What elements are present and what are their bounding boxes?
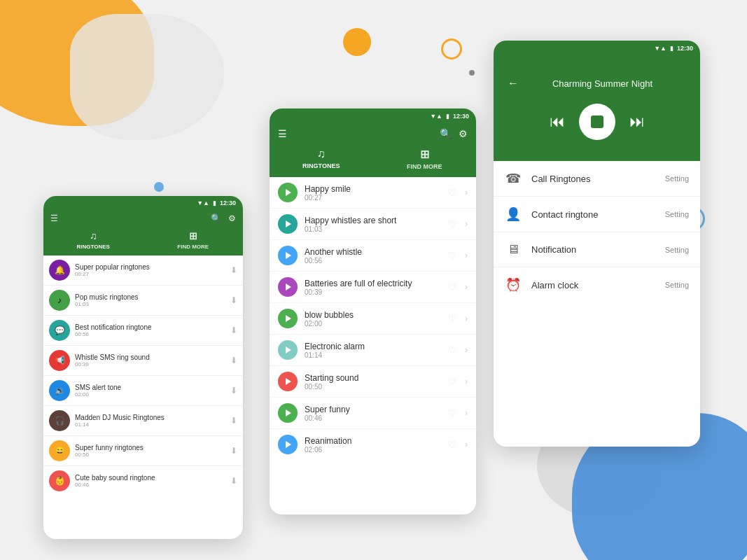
- favorite-icon[interactable]: ♡: [448, 251, 456, 261]
- favorite-icon[interactable]: ♡: [448, 408, 456, 419]
- settings-list: ☎ Call Ringtones Setting 👤 Contact ringt…: [494, 161, 700, 302]
- ringtone-item[interactable]: Happy smile 00:27 ♡ ›: [270, 177, 476, 209]
- settings-item[interactable]: 👤 Contact ringtone Setting: [494, 197, 700, 232]
- ringtone-duration: 00:56: [305, 257, 448, 265]
- favorite-icon[interactable]: ♡: [448, 377, 456, 387]
- tab-ringtones-2[interactable]: ♫ RINGTONES: [270, 148, 373, 170]
- tab-ringtones-1[interactable]: ♫ RINGTONES: [43, 230, 144, 250]
- download-icon[interactable]: ⬇: [230, 356, 237, 365]
- settings-item[interactable]: ⏰ Alarm clock Setting: [494, 267, 700, 302]
- menu-icon-1[interactable]: ☰: [50, 214, 58, 223]
- signal-icon-2: ▼▲: [430, 113, 442, 120]
- item-title: Super funny ringtones: [75, 444, 230, 451]
- tab-findmore-2[interactable]: ⊞ FIND MORE: [373, 148, 477, 170]
- ringtone-list-2: Happy smile 00:27 ♡ › Happy whistles are…: [270, 177, 476, 460]
- download-icon[interactable]: ⬇: [230, 476, 237, 486]
- battery-icon-2: ▮: [446, 113, 449, 120]
- ringtone-actions: ♡ ›: [448, 377, 468, 387]
- time-1: 12:30: [220, 200, 236, 206]
- list-item[interactable]: ♪ Pop music ringtones 01:03 ⬇: [43, 286, 243, 316]
- play-button[interactable]: [278, 214, 298, 234]
- favorite-icon[interactable]: ♡: [448, 314, 456, 324]
- stop-button[interactable]: [579, 104, 615, 140]
- list-item[interactable]: 🎧 Madden DJ Music Ringtones 01:14 ⬇: [43, 406, 243, 436]
- phone-middle: ▼▲ ▮ 12:30 ☰ 🔍 ⚙ ♫ RINGTONES ⊞ FIND MORE…: [270, 108, 476, 514]
- ringtones-tab-icon-2: ♫: [317, 148, 326, 160]
- list-item[interactable]: 👶 Cute baby sound ringtone 00:46 ⬇: [43, 466, 243, 496]
- tab-findmore-1[interactable]: ⊞ FIND MORE: [144, 230, 244, 250]
- chevron-right-icon[interactable]: ›: [465, 408, 468, 418]
- settings-icon-1[interactable]: ⚙: [228, 214, 236, 223]
- chevron-right-icon[interactable]: ›: [465, 188, 468, 197]
- chevron-right-icon[interactable]: ›: [465, 345, 468, 355]
- play-icon: [286, 252, 291, 259]
- rewind-button[interactable]: ⏮: [550, 113, 565, 131]
- play-button[interactable]: [278, 277, 298, 297]
- tab-bar-1: ♫ RINGTONES ⊞ FIND MORE: [43, 227, 243, 255]
- settings-item[interactable]: 🖥 Notification Setting: [494, 232, 700, 267]
- chevron-right-icon[interactable]: ›: [465, 219, 468, 229]
- phone-right: ▼▲ ▮ 12:30 ← Charming Summer Night ⏮ ⏭ ☎…: [494, 41, 700, 447]
- ringtone-duration: 02:00: [305, 320, 448, 328]
- item-title: Madden DJ Music Ringtones: [75, 414, 230, 421]
- settings-icon-2[interactable]: ⚙: [459, 128, 468, 139]
- chevron-right-icon[interactable]: ›: [465, 282, 468, 292]
- download-icon[interactable]: ⬇: [230, 265, 237, 275]
- menu-icon-2[interactable]: ☰: [278, 128, 287, 139]
- status-bar-2: ▼▲ ▮ 12:30: [270, 108, 476, 124]
- ringtone-info: blow bubbles 02:00: [305, 310, 448, 328]
- player-title: Charming Summer Night: [519, 78, 686, 89]
- download-icon[interactable]: ⬇: [230, 416, 237, 426]
- ringtone-actions: ♡ ›: [448, 188, 468, 198]
- favorite-icon[interactable]: ♡: [448, 345, 456, 356]
- download-icon[interactable]: ⬇: [230, 326, 237, 335]
- settings-action-label[interactable]: Setting: [665, 281, 689, 289]
- battery-icon-3: ▮: [670, 45, 673, 52]
- ringtone-item[interactable]: Electronic alarm 01:14 ♡ ›: [270, 335, 476, 366]
- ringtone-item[interactable]: Happy whistles are short 01:03 ♡ ›: [270, 209, 476, 240]
- ringtone-item[interactable]: Batteries are full of electricity 00:39 …: [270, 272, 476, 303]
- play-button[interactable]: [278, 183, 298, 202]
- back-button[interactable]: ←: [508, 77, 519, 90]
- favorite-icon[interactable]: ♡: [448, 282, 456, 293]
- ringtone-info: Super funny 00:46: [305, 405, 448, 422]
- play-button[interactable]: [278, 246, 298, 265]
- item-title: Whistle SMS ring sound: [75, 354, 230, 361]
- list-item[interactable]: 💬 Best notification ringtone 00:56 ⬇: [43, 316, 243, 346]
- chevron-right-icon[interactable]: ›: [465, 251, 468, 260]
- ringtone-name: Another whistle: [305, 247, 448, 257]
- play-icon: [286, 378, 291, 385]
- list-item[interactable]: 📢 Whistle SMS ring sound 00:39 ⬇: [43, 346, 243, 376]
- list-item[interactable]: 🔔 Super popular ringtones 00:27 ⬇: [43, 255, 243, 286]
- item-title: Pop music ringtones: [75, 293, 230, 301]
- ringtone-item[interactable]: Reanimation 02:06 ♡ ›: [270, 429, 476, 460]
- favorite-icon[interactable]: ♡: [448, 188, 456, 198]
- settings-item-icon: ⏰: [505, 277, 522, 293]
- ringtone-item[interactable]: blow bubbles 02:00 ♡ ›: [270, 303, 476, 335]
- download-icon[interactable]: ⬇: [230, 295, 237, 305]
- download-icon[interactable]: ⬇: [230, 446, 237, 456]
- chevron-right-icon[interactable]: ›: [465, 440, 468, 449]
- settings-action-label[interactable]: Setting: [665, 246, 689, 254]
- play-button[interactable]: [278, 435, 298, 454]
- play-button[interactable]: [278, 309, 298, 328]
- settings-action-label[interactable]: Setting: [665, 210, 689, 218]
- favorite-icon[interactable]: ♡: [448, 440, 456, 450]
- play-button[interactable]: [278, 340, 298, 360]
- ringtone-item[interactable]: Another whistle 00:56 ♡ ›: [270, 240, 476, 272]
- list-item[interactable]: 🔉 SMS alert tone 02:00 ⬇: [43, 376, 243, 406]
- chevron-right-icon[interactable]: ›: [465, 377, 468, 386]
- download-icon[interactable]: ⬇: [230, 386, 237, 396]
- list-item[interactable]: 😄 Super funny ringtones 00:50 ⬇: [43, 436, 243, 466]
- settings-action-label[interactable]: Setting: [665, 174, 689, 183]
- favorite-icon[interactable]: ♡: [448, 219, 456, 230]
- ringtone-item[interactable]: Starting sound 00:50 ♡ ›: [270, 366, 476, 398]
- search-icon-2[interactable]: 🔍: [440, 128, 452, 139]
- play-button[interactable]: [278, 372, 298, 391]
- play-button[interactable]: [278, 403, 298, 423]
- chevron-right-icon[interactable]: ›: [465, 314, 468, 323]
- ringtone-item[interactable]: Super funny 00:46 ♡ ›: [270, 398, 476, 429]
- forward-button[interactable]: ⏭: [629, 113, 645, 131]
- search-icon-1[interactable]: 🔍: [211, 214, 221, 223]
- settings-item[interactable]: ☎ Call Ringtones Setting: [494, 161, 700, 197]
